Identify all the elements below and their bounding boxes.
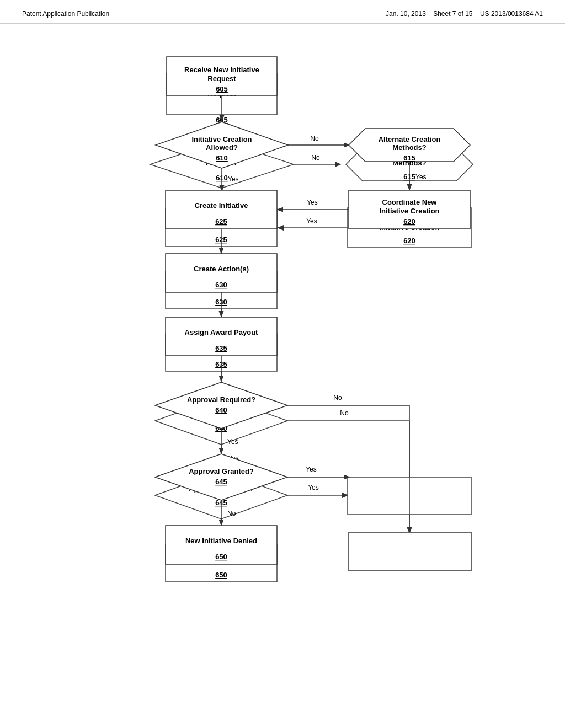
- svg-text:Request: Request: [207, 74, 236, 83]
- node-640: [155, 382, 287, 429]
- svg-text:650: 650: [215, 553, 227, 561]
- svg-text:Coordinate New: Coordinate New: [382, 198, 438, 206]
- svg-text:Create Action(s): Create Action(s): [194, 265, 249, 273]
- svg-text:New Initiative Denied: New Initiative Denied: [185, 537, 257, 545]
- svg-text:Yes: Yes: [228, 175, 239, 183]
- svg-text:No: No: [227, 510, 236, 517]
- svg-text:No: No: [333, 394, 342, 402]
- svg-text:Initiative Creation: Initiative Creation: [191, 135, 252, 143]
- node-655: [349, 532, 471, 571]
- svg-text:Yes: Yes: [415, 173, 427, 181]
- svg-text:630: 630: [215, 281, 227, 289]
- svg-text:610: 610: [216, 154, 228, 162]
- flowchart-svg: Receive New Initiative Request 605 Initi…: [56, 40, 509, 702]
- svg-text:Yes: Yes: [307, 199, 318, 206]
- svg-text:Yes: Yes: [306, 465, 317, 473]
- node-645: [155, 454, 287, 500]
- svg-text:Allowed?: Allowed?: [206, 143, 238, 152]
- svg-text:620: 620: [403, 217, 415, 226]
- svg-text:Assign Award Payout: Assign Award Payout: [185, 328, 259, 336]
- svg-text:605: 605: [216, 85, 228, 93]
- svg-text:No: No: [310, 135, 319, 142]
- svg-text:Methods?: Methods?: [392, 143, 426, 152]
- svg-text:Approval Granted?: Approval Granted?: [189, 467, 254, 475]
- svg-text:Initiative Creation: Initiative Creation: [379, 207, 439, 215]
- svg-text:625: 625: [215, 217, 227, 226]
- header-left: Patent Application Publication: [22, 10, 109, 18]
- svg-text:635: 635: [215, 344, 227, 352]
- svg-text:645: 645: [215, 478, 227, 486]
- svg-text:Receive New Initiative: Receive New Initiative: [184, 66, 259, 74]
- header-right: Jan. 10, 2013 Sheet 7 of 15 US 2013/0013…: [386, 10, 543, 18]
- svg-text:Approval Required?: Approval Required?: [187, 395, 255, 404]
- svg-text:Alternate Creation: Alternate Creation: [379, 135, 441, 143]
- svg-text:Create Initiative: Create Initiative: [195, 201, 248, 210]
- svg-text:615: 615: [403, 154, 415, 162]
- svg-text:Yes: Yes: [227, 438, 238, 446]
- svg-text:640: 640: [215, 406, 227, 414]
- diagram-area: Receive New Initiative Request 605 Initi…: [0, 24, 565, 719]
